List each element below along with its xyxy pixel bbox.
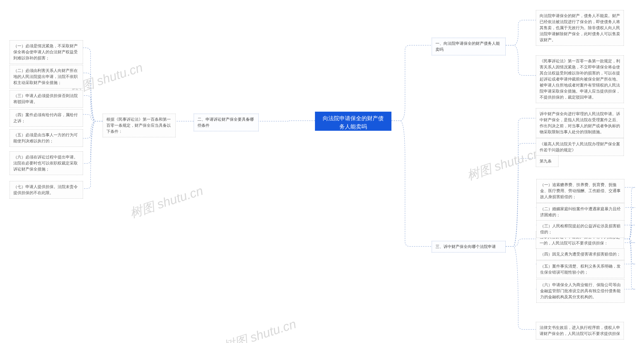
root-line2: 务人能卖吗 bbox=[318, 122, 388, 131]
leaf-s3-c1[interactable]: 诉中财产保全向进行审理的人民法院申请。诉中财产保全，是指人民法院在受理案件之后、… bbox=[536, 108, 624, 138]
root-node[interactable]: 向法院申请保全的财产债 务人能卖吗 bbox=[315, 112, 391, 131]
watermark: 树图 shutu.cn bbox=[221, 316, 298, 343]
leaf-text: （三）申请人必须提供担保否则法院将驳回申请。 bbox=[13, 94, 78, 104]
leaf-text: （一）追索赡养费、扶养费、抚育费、抚恤金、医疗费用、劳动报酬、工伤赔偿、交通事故… bbox=[540, 183, 621, 199]
leaf-s3-c4-i5[interactable]: （五）案件事实清楚、权利义务关系明确，发生保全错误可能性较小的； bbox=[536, 261, 624, 278]
leaf-text: （六）申请保全人为商业银行、保险公司等由金融监管部门批准设立的具有独立偿付债务能… bbox=[540, 283, 621, 299]
leaf-text: 第九条 bbox=[540, 159, 552, 163]
leaf-text: 向法院申请保全的财产，债务人不能卖。财产已经依法被法院进行了保全的，即使债务人将… bbox=[540, 14, 620, 42]
leaf-text: （五）必须是由当事人一方的行为可能使判决难以执行的； bbox=[13, 133, 78, 143]
topic-section-1[interactable]: 一、向法院申请保全的财产债务人能卖吗 bbox=[432, 38, 506, 55]
leaf-text: 诉中财产保全向进行审理的人民法院申请。诉中财产保全，是指人民法院在受理案件之后、… bbox=[540, 112, 620, 134]
leaf-s3-c2[interactable]: 《最高人民法院关于人民法院办理财产保全案件若干问题的规定》 bbox=[536, 138, 624, 156]
leaf-s1-c2[interactable]: 《民事诉讼法》第一百零一条第一款规定，利害关系人因情况紧急，不立即申请保全将会使… bbox=[536, 55, 624, 103]
leaf-text: （四）因见义勇为遭受侵害请求损害赔偿的； bbox=[540, 252, 621, 256]
topic-label: 二、申请诉讼财产保全要具备哪些条件 bbox=[197, 117, 254, 127]
leaf-text: 法律文书生效后，进入执行程序前，债权人申请财产保全的，人民法院可以不要求提供担保 bbox=[540, 325, 620, 336]
leaf-text: 根据《民事诉讼法》第一百条和第一百零一条规定，财产保全应当具备以下条件： bbox=[106, 117, 171, 134]
root-line1: 向法院申请保全的财产债 bbox=[318, 114, 388, 122]
leaf-text: （六）必须在诉讼过程中提出申请。法院在必要时也可以依职权裁定采取诉讼财产保全措施… bbox=[13, 155, 78, 171]
watermark: 树图 shutu.cn bbox=[128, 182, 205, 222]
leaf-s3-c3[interactable]: 第九条 bbox=[536, 155, 558, 167]
leaf-text: 《最高人民法院关于人民法院办理财产保全案件若干问题的规定》 bbox=[540, 142, 620, 152]
leaf-s3-c5[interactable]: 法律文书生效后，进入执行程序前，债权人申请财产保全的，人民法院可以不要求提供担保 bbox=[536, 322, 624, 339]
leaf-s2-c7[interactable]: （七）申请人提供担保。法院未责令提供担保的不在此限。 bbox=[10, 181, 83, 199]
leaf-s2-c6[interactable]: （六）必须在诉讼过程中提出申请。法院在必要时也可以依职权裁定采取诉讼财产保全措施… bbox=[10, 151, 83, 175]
leaf-s2-c5[interactable]: （五）必须是由当事人一方的行为可能使判决难以执行的； bbox=[10, 129, 83, 147]
leaf-s3-c4-i1[interactable]: （一）追索赡养费、扶养费、抚育费、抚恤金、医疗费用、劳动报酬、工伤赔偿、交通事故… bbox=[536, 179, 624, 203]
leaf-text: （三）人民检察院提起的公益诉讼涉及损害赔偿的； bbox=[540, 224, 621, 234]
leaf-s3-c4-i6[interactable]: （六）申请保全人为商业银行、保险公司等由金融监管部门批准设立的具有独立偿付债务能… bbox=[536, 279, 624, 303]
leaf-text: （五）案件事实清楚、权利义务关系明确，发生保全错误可能性较小的； bbox=[540, 264, 621, 274]
topic-section-3[interactable]: 三、诉中财产保全向哪个法院申请 bbox=[432, 241, 506, 252]
topic-label: 三、诉中财产保全向哪个法院申请 bbox=[435, 244, 496, 249]
leaf-text: （一）必须是情况紧急，不采取财产保全将会使申请人的合法财产权益受到难以弥补的损害… bbox=[13, 44, 78, 60]
leaf-s2-c2[interactable]: （二）必须由利害关系人向财产所在地的人民法院提出申请，法院不依职权主动采取财产保… bbox=[10, 65, 83, 89]
leaf-s3-c4-i2[interactable]: （二）婚姻家庭纠纷案件中遭遇家庭暴力且经济困难的； bbox=[536, 203, 624, 221]
leaf-s3-c4-i4[interactable]: （四）因见义勇为遭受侵害请求损害赔偿的； bbox=[536, 248, 624, 260]
leaf-s2-c4[interactable]: （四）案件必须有给付内容，属给付之诉； bbox=[10, 109, 83, 127]
leaf-text: （四）案件必须有给付内容，属给付之诉； bbox=[13, 113, 78, 123]
leaf-s2-c1[interactable]: （一）必须是情况紧急，不采取财产保全将会使申请人的合法财产权益受到难以弥补的损害… bbox=[10, 40, 83, 64]
leaf-text: （二）婚姻家庭纠纷案件中遭遇家庭暴力且经济困难的； bbox=[540, 207, 621, 217]
watermark: 树图 shutu.cn bbox=[465, 145, 542, 184]
topic-label: 一、向法院申请保全的财产债务人能卖吗 bbox=[435, 41, 500, 52]
leaf-s1-c1[interactable]: 向法院申请保全的财产，债务人不能卖。财产已经依法被法院进行了保全的，即使债务人将… bbox=[536, 10, 624, 46]
leaf-s2-c3[interactable]: （三）申请人必须提供担保否则法院将驳回申请。 bbox=[10, 90, 83, 108]
leaf-s2-m1[interactable]: 根据《民事诉讼法》第一百条和第一百零一条规定，财产保全应当具备以下条件： bbox=[103, 114, 176, 137]
leaf-text: （二）必须由利害关系人向财产所在地的人民法院提出申请，法院不依职权主动采取财产保… bbox=[13, 68, 78, 85]
leaf-s3-c4-i3[interactable]: （三）人民检察院提起的公益诉讼涉及损害赔偿的； bbox=[536, 220, 624, 238]
topic-section-2[interactable]: 二、申请诉讼财产保全要具备哪些条件 bbox=[194, 114, 259, 131]
leaf-text: （七）申请人提供担保。法院未责令提供担保的不在此限。 bbox=[13, 185, 78, 195]
leaf-text: 《民事诉讼法》第一百零一条第一款规定，利害关系人因情况紧急，不立即申请保全将会使… bbox=[540, 59, 620, 99]
